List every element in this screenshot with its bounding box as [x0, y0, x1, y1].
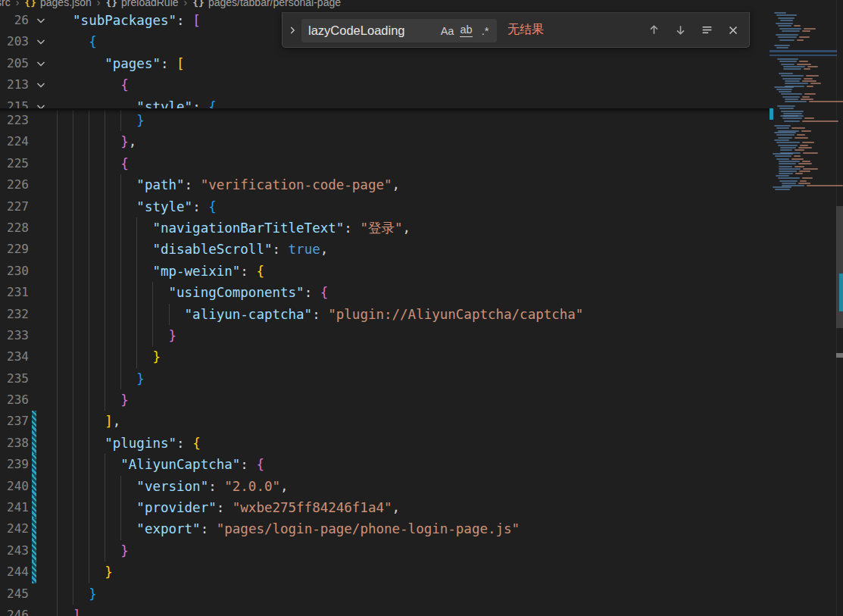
code-line[interactable]: 245 } [0, 583, 770, 605]
code-line[interactable]: 240 "version": "2.0.0", [0, 476, 770, 497]
line-number[interactable]: 203 [0, 31, 29, 52]
line-number[interactable]: 215 [0, 96, 29, 108]
breadcrumb-item[interactable]: src [0, 0, 11, 8]
line-number[interactable]: 213 [0, 74, 29, 95]
code-line[interactable]: 233 } [0, 325, 770, 346]
code-text[interactable]: "mp-weixin": { [57, 261, 264, 282]
code-text[interactable]: { [57, 31, 97, 52]
code-line[interactable]: 232 "aliyun-captcha": "plugin://AliyunCa… [0, 304, 770, 325]
code-text[interactable]: } [57, 540, 129, 561]
line-number[interactable]: 239 [0, 454, 29, 475]
match-case-button[interactable]: Aa [438, 21, 457, 40]
sticky-line[interactable]: 205 "pages": [ [0, 53, 770, 74]
code-line[interactable]: 242 "export": "pages/login-page/phone-lo… [0, 518, 770, 539]
code-line[interactable]: 243 } [0, 540, 770, 561]
code-line[interactable]: 241 "provider": "wxbe275ff84246f1a4", [0, 497, 770, 518]
line-number[interactable]: 245 [0, 583, 29, 605]
code-text[interactable]: "version": "2.0.0", [57, 476, 289, 497]
code-text[interactable]: } [57, 561, 113, 583]
code-text[interactable]: ] [57, 605, 81, 616]
code-line[interactable]: 224 }, [0, 131, 770, 152]
line-number[interactable]: 229 [0, 239, 29, 260]
line-number[interactable]: 233 [0, 325, 29, 346]
line-number[interactable]: 228 [0, 217, 29, 239]
fold-button[interactable] [35, 101, 47, 108]
sticky-line[interactable]: 215 "style": { [0, 96, 770, 108]
code-line[interactable]: 227 "style": { [0, 196, 770, 217]
code-line[interactable]: 225 { [0, 153, 770, 174]
code-text[interactable]: "AliyunCaptcha": { [57, 454, 264, 475]
code-line[interactable]: 231 "usingComponents": { [0, 282, 770, 303]
code-line[interactable]: 246 ] [0, 605, 770, 616]
line-number[interactable]: 241 [0, 497, 29, 518]
line-number[interactable]: 242 [0, 518, 29, 539]
code-text[interactable]: } [57, 583, 97, 605]
code-line[interactable]: 226 "path": "verification-code-page", [0, 174, 770, 195]
code-text[interactable]: "usingComponents": { [57, 282, 328, 303]
line-number[interactable]: 231 [0, 282, 29, 303]
find-in-selection-button[interactable] [698, 22, 715, 39]
code-line[interactable]: 234 } [0, 346, 770, 367]
fold-button[interactable] [35, 58, 47, 70]
code-text[interactable]: "style": { [57, 96, 217, 108]
line-number[interactable]: 240 [0, 476, 29, 497]
line-number[interactable]: 225 [0, 153, 29, 174]
line-number[interactable]: 234 [0, 346, 29, 367]
line-number[interactable]: 244 [0, 561, 29, 583]
code-text[interactable]: "style": { [57, 196, 217, 217]
find-previous-button[interactable] [645, 22, 662, 39]
line-number[interactable]: 230 [0, 261, 29, 282]
fold-button[interactable] [35, 36, 47, 48]
code-text[interactable]: } [57, 368, 145, 389]
toggle-replace-button[interactable] [283, 13, 301, 47]
code-text[interactable]: "path": "verification-code-page", [57, 174, 400, 195]
fold-button[interactable] [35, 79, 47, 91]
line-number[interactable]: 224 [0, 131, 29, 152]
find-input[interactable] [308, 23, 438, 38]
code-line[interactable]: 230 "mp-weixin": { [0, 261, 770, 282]
line-number[interactable]: 226 [0, 174, 29, 195]
fold-button[interactable] [35, 14, 47, 27]
find-close-button[interactable] [725, 22, 742, 39]
code-text[interactable]: { [57, 74, 129, 95]
code-text[interactable]: } [57, 346, 161, 367]
code-line[interactable]: 229 "disableScroll": true, [0, 239, 770, 260]
line-number[interactable]: 227 [0, 196, 29, 217]
breadcrumb-item[interactable]: {}pages/tabbar/personal-page [192, 0, 341, 8]
code-line[interactable]: 235 } [0, 368, 770, 389]
line-number[interactable]: 236 [0, 389, 29, 411]
code-text[interactable]: "export": "pages/login-page/phone-login-… [57, 518, 520, 539]
code-text[interactable]: "plugins": { [57, 433, 201, 454]
sticky-line[interactable]: 213 { [0, 74, 770, 95]
line-number[interactable]: 246 [0, 605, 29, 616]
regex-button[interactable]: .* [476, 21, 495, 40]
code-text[interactable]: } [57, 325, 176, 346]
line-number[interactable]: 238 [0, 433, 29, 454]
code-text[interactable]: "pages": [ [57, 53, 185, 74]
whole-word-button[interactable]: ab [457, 21, 476, 40]
code-line[interactable]: 237 ], [0, 411, 770, 432]
breadcrumb-item[interactable]: {}pages.json [24, 0, 91, 8]
code-line[interactable]: 228 "navigationBarTitleText": "登录", [0, 217, 770, 239]
code-line[interactable]: 244 } [0, 561, 770, 583]
line-number[interactable]: 205 [0, 53, 29, 74]
code-text[interactable]: }, [57, 131, 136, 152]
line-number[interactable]: 235 [0, 368, 29, 389]
code-text[interactable]: ], [57, 411, 120, 432]
breadcrumb-item[interactable]: {}preloadRule [105, 0, 178, 8]
code-text[interactable]: } [57, 389, 129, 411]
code-line[interactable]: 239 "AliyunCaptcha": { [0, 454, 770, 475]
code-line[interactable]: 236 } [0, 389, 770, 411]
editor-code-area[interactable]: 223 }224 },225 {226 "path": "verificatio… [0, 110, 770, 616]
code-text[interactable]: "aliyun-captcha": "plugin://AliyunCaptch… [57, 304, 583, 325]
find-next-button[interactable] [672, 22, 688, 39]
code-text[interactable]: "disableScroll": true, [57, 239, 328, 260]
code-line[interactable]: 238 "plugins": { [0, 433, 770, 454]
line-number[interactable]: 237 [0, 411, 29, 432]
code-text[interactable]: "subPackages": [ [57, 10, 201, 31]
minimap[interactable] [770, 10, 837, 207]
line-number[interactable]: 26 [0, 10, 29, 31]
code-text[interactable]: "navigationBarTitleText": "登录", [57, 217, 411, 239]
line-number[interactable]: 232 [0, 304, 29, 325]
code-text[interactable]: "provider": "wxbe275ff84246f1a4", [57, 497, 400, 518]
